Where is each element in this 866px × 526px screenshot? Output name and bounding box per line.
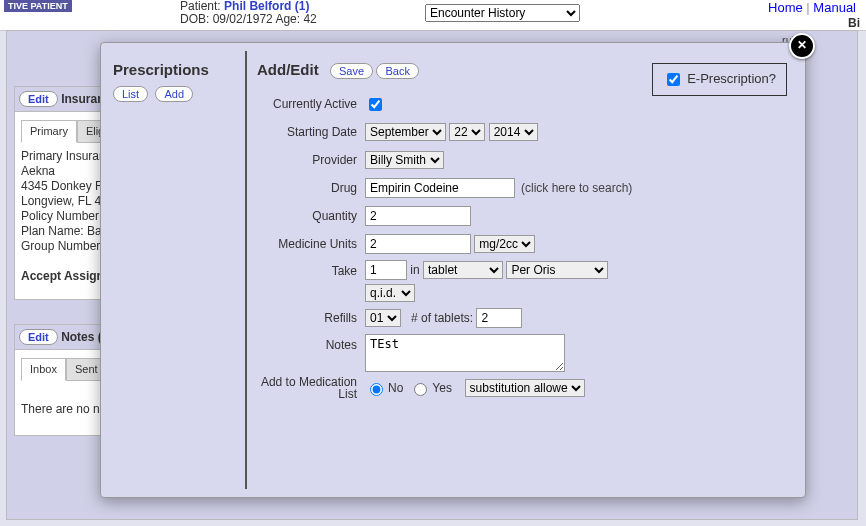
list-button[interactable]: List — [113, 86, 148, 102]
home-link[interactable]: Home — [768, 0, 803, 15]
insurance-edit-button[interactable]: Edit — [19, 91, 58, 107]
label-active: Currently Active — [257, 97, 365, 111]
medlist-yes-radio[interactable] — [414, 383, 427, 396]
label-quantity: Quantity — [257, 209, 365, 223]
start-day-select[interactable]: 22 — [449, 123, 485, 141]
label-num-tablets: # of tablets: — [411, 311, 473, 325]
num-tablets-input[interactable] — [476, 308, 522, 328]
manual-link[interactable]: Manual — [813, 0, 856, 15]
prescriptions-sidebar: Prescriptions List Add — [109, 51, 247, 489]
add-button[interactable]: Add — [155, 86, 193, 102]
insurance-line-bold: Accept Assign — [21, 269, 104, 283]
units-input[interactable] — [365, 234, 471, 254]
units-unit-select[interactable]: mg/2cc — [474, 235, 535, 253]
drug-input[interactable] — [365, 178, 515, 198]
eprescription-checkbox[interactable] — [667, 73, 680, 86]
eprescription-box: E-Prescription? — [652, 63, 788, 96]
back-button[interactable]: Back — [376, 63, 418, 79]
medlist-no-radio[interactable] — [370, 383, 383, 396]
label-start: Starting Date — [257, 125, 365, 139]
bi-cutoff: Bi — [848, 16, 860, 30]
form-title: Add/Edit — [257, 61, 319, 78]
drug-search-hint[interactable]: (click here to search) — [521, 181, 632, 195]
label-take-in: in — [410, 263, 419, 277]
refills-select[interactable]: 01 — [365, 309, 401, 327]
label-refills: Refills — [257, 311, 365, 325]
prescriptions-title: Prescriptions — [113, 61, 241, 78]
label-units: Medicine Units — [257, 237, 365, 251]
patient-dob: DOB: 09/02/1972 Age: 42 — [180, 12, 317, 26]
top-header: TIVE PATIENT Patient: Phil Belford (1) D… — [0, 0, 866, 31]
prescription-form: Add/Edit Save Back E-Prescription? Curre… — [247, 51, 797, 489]
label-add-list: Add to Medication List — [257, 376, 365, 400]
start-month-select[interactable]: September — [365, 123, 446, 141]
medlist-no-label: No — [388, 381, 403, 395]
take-frequency-select[interactable]: q.i.d. — [365, 284, 415, 302]
encounter-select-wrap: Encounter History — [425, 4, 580, 22]
take-form-select[interactable]: tablet — [423, 261, 503, 279]
provider-select[interactable]: Billy Smith — [365, 151, 444, 169]
prescription-modal: ✕ Prescriptions List Add Add/Edit Save B… — [100, 42, 806, 498]
patient-block: Patient: Phil Belford (1) DOB: 09/02/197… — [180, 0, 317, 26]
label-notes: Notes — [257, 334, 365, 352]
currently-active-checkbox[interactable] — [369, 98, 382, 111]
eprescription-label: E-Prescription? — [687, 71, 776, 86]
quantity-input[interactable] — [365, 206, 471, 226]
save-button[interactable]: Save — [330, 63, 373, 79]
start-year-select[interactable]: 2014 — [489, 123, 538, 141]
substitution-select[interactable]: substitution allowed — [465, 379, 585, 397]
medlist-yes-label: Yes — [432, 381, 452, 395]
insurance-tab-primary[interactable]: Primary — [21, 120, 77, 143]
active-patient-badge: TIVE PATIENT — [4, 0, 72, 12]
top-links: Home | Manual — [768, 0, 856, 15]
label-provider: Provider — [257, 153, 365, 167]
notes-textarea[interactable]: TEst — [365, 334, 565, 372]
label-drug: Drug — [257, 181, 365, 195]
notes-tab-inbox[interactable]: Inbox — [21, 358, 66, 381]
notes-edit-button[interactable]: Edit — [19, 329, 58, 345]
label-take: Take — [257, 260, 365, 278]
take-count-input[interactable] — [365, 260, 407, 280]
encounter-select[interactable]: Encounter History — [425, 4, 580, 22]
take-route-select[interactable]: Per Oris — [506, 261, 608, 279]
